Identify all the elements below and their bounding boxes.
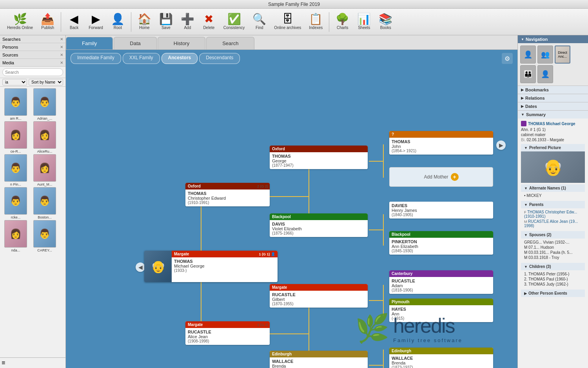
- subtab-descendants[interactable]: Descendants: [199, 53, 240, 64]
- tree-nav-left[interactable]: ◀: [136, 262, 145, 272]
- toolbar-back[interactable]: ◀ Back: [64, 12, 84, 31]
- list-item[interactable]: 👩 ce-R...: [2, 121, 30, 153]
- gg-davies-surname: DAVIES: [392, 203, 491, 208]
- mother-given: Alice Jean: [188, 334, 267, 339]
- list-item[interactable]: 👨 Adrian_...: [31, 88, 59, 120]
- root-person-card[interactable]: 👴 Margate 1 (G 1) 👤 THOMAS Michael Georg…: [144, 251, 278, 282]
- toolbar-consistency[interactable]: ✅ Consistency: [220, 12, 248, 31]
- gg-hayes-card[interactable]: Plymouth HAYES Ann (-1915): [389, 299, 493, 322]
- children-header[interactable]: ▼ Children (3): [521, 263, 585, 270]
- sidebar-sort-select[interactable]: Sort by Name: [29, 79, 63, 86]
- gg-edinburgh-card[interactable]: Edinburgh WALLACE Brenda (1873-1937): [389, 348, 493, 368]
- sidebar-filter-select[interactable]: ia: [2, 79, 27, 86]
- toolbar-delete[interactable]: ✖ Delete: [199, 12, 219, 31]
- relations-header[interactable]: ▶ Relations: [518, 94, 588, 102]
- summary-ahn-text: Ahn. # 1 (G 1): [521, 128, 546, 132]
- gg-thomas-father-card[interactable]: ? THOMAS John (1854-> 1921): [389, 131, 493, 155]
- list-item[interactable]: 👩 Aunt_M...: [31, 154, 59, 186]
- tree-nav-right[interactable]: ▶: [496, 140, 506, 150]
- sidebar-bottom-btn[interactable]: ≡: [2, 359, 5, 366]
- tab-history[interactable]: History: [158, 37, 205, 49]
- list-item[interactable]: 👨 CAREY...: [31, 220, 59, 252]
- preferred-photo: 👴: [521, 151, 585, 183]
- toolbar-online-archives[interactable]: 🗄 Online archives: [271, 12, 304, 31]
- mother-card[interactable]: Margate 3 (G 2) RUCASTLE Alice Jean (190…: [185, 321, 270, 345]
- toolbar-add[interactable]: ➕ Add: [178, 12, 198, 31]
- nav-thumb-5[interactable]: 👤: [537, 65, 553, 83]
- sidebar-persons-close[interactable]: ×: [60, 44, 63, 49]
- tree-settings-button[interactable]: ⚙: [502, 53, 513, 64]
- summary-birth-text: 02.06.1933 - Margate: [526, 138, 564, 142]
- gg-rucastle-given: Adam: [392, 283, 491, 288]
- add-mother-button[interactable]: +: [451, 173, 459, 181]
- parents-arrow: ▼: [524, 203, 528, 207]
- gg-rucastle-location: Canterbury: [389, 270, 493, 277]
- spouses-header[interactable]: ▼ Spouses (2): [521, 231, 585, 239]
- gg-rucastle-card[interactable]: Canterbury RUCASTLE Adam (1818-1906): [389, 270, 493, 294]
- heredis-online-label: Heredis Online: [7, 26, 33, 30]
- list-item[interactable]: 👨 rcke...: [2, 187, 30, 219]
- nav-thumb-4[interactable]: 👪: [520, 65, 536, 83]
- gg-edinburgh-surname: WALLACE: [392, 356, 491, 361]
- list-item[interactable]: 👨 n Pin...: [2, 154, 30, 186]
- list-item[interactable]: 👨 am R...: [2, 88, 30, 120]
- toolbar-sep-3: [329, 12, 329, 32]
- other-events-header[interactable]: ▶ Other Person Events: [521, 290, 585, 297]
- tab-search[interactable]: Search: [206, 37, 254, 49]
- sidebar-persons-label: Persons: [2, 45, 18, 49]
- person-photo: 👨: [4, 88, 27, 116]
- toolbar-indexes[interactable]: 📋 Indexes: [306, 12, 326, 31]
- parent-mother-name[interactable]: RUCASTLE Alice Jean (19... 1998): [524, 219, 578, 228]
- maternal-grandmother-card[interactable]: Edinburgh WALLACE Brenda (1873-1937): [270, 351, 368, 368]
- toolbar-home[interactable]: 🏠 Home: [134, 12, 154, 31]
- heredis-online-icon: 🌿: [13, 14, 27, 25]
- search-input[interactable]: [2, 68, 63, 76]
- paternal-grandfather-card[interactable]: Oxford THOMAS George (1877-1947): [270, 146, 368, 169]
- bookmarks-header[interactable]: ▶ Bookmarks: [518, 86, 588, 94]
- toolbar-find[interactable]: 🔍 Find: [249, 12, 269, 31]
- subtab-ancestors[interactable]: Ancestors: [162, 53, 198, 64]
- gg-davies-card[interactable]: DAVIES Henry James (1840-1905): [389, 202, 493, 219]
- toolbar-charts[interactable]: 🌳 Charts: [332, 12, 352, 31]
- list-item[interactable]: 👩 AliceRu...: [31, 121, 59, 153]
- nav-thumb-direct-ancestors[interactable]: DirectAnc...: [555, 46, 570, 64]
- person-name: Boston...: [38, 215, 52, 219]
- father-badge: 2 (G 2): [257, 184, 268, 188]
- nav-thumb-2[interactable]: 👥: [537, 46, 553, 64]
- father-card[interactable]: Oxford 2 (G 2) THOMAS Christopher Edward…: [185, 183, 270, 206]
- pat-gf-surname: THOMAS: [272, 154, 365, 158]
- list-item[interactable]: 👩 nda...: [2, 220, 30, 252]
- toolbar-save[interactable]: 💾 Save: [156, 12, 176, 31]
- subtab-immediate-family[interactable]: Immediate Family: [71, 53, 121, 64]
- tab-data[interactable]: Data: [114, 37, 156, 49]
- sidebar-header-sources: Sources ×: [0, 51, 65, 59]
- parent-father-name[interactable]: THOMAS Christopher Edw... (1910-1991): [524, 210, 577, 219]
- gg-pinkerton-card[interactable]: Blackpool PINKERTON Ann Elizabeth (1845-…: [389, 231, 493, 255]
- paternal-grandmother-card[interactable]: Blackpool DAVIS Violet Elizabeth (1875-1…: [270, 213, 368, 237]
- summary-header[interactable]: ▼ Summary: [518, 111, 588, 118]
- toolbar-root[interactable]: 👤 Root: [108, 12, 128, 31]
- sidebar-media-close[interactable]: ×: [60, 60, 63, 65]
- subtab-xxl-family[interactable]: XXL Family: [123, 53, 160, 64]
- sidebar-sources-close[interactable]: ×: [60, 52, 63, 57]
- person-name: nda...: [11, 248, 20, 252]
- sidebar-searches-close[interactable]: ×: [60, 36, 63, 42]
- alt-names-header[interactable]: ▼ Alternate Names (1): [521, 184, 585, 192]
- parent-mother-row: M RUCASTLE Alice Jean (19... 1998): [524, 219, 582, 228]
- toolbar-sheets[interactable]: 📊 Sheets: [354, 12, 374, 31]
- tab-family[interactable]: Family: [66, 37, 113, 49]
- forward-label: Forward: [89, 26, 103, 30]
- nav-thumb-1[interactable]: 👤: [520, 46, 536, 64]
- list-item[interactable]: 👨 Boston...: [31, 187, 59, 219]
- parents-header[interactable]: ▼ Parents: [521, 201, 585, 208]
- toolbar-books[interactable]: 📚 Books: [376, 12, 396, 31]
- add-mother-card[interactable]: Add Mother +: [389, 167, 493, 187]
- toolbar-publish[interactable]: 📤 Publish: [38, 12, 58, 31]
- dates-header[interactable]: ▶ Dates: [518, 102, 588, 110]
- toolbar-heredis-online[interactable]: 🌿 Heredis Online: [4, 12, 36, 31]
- toolbar-forward[interactable]: ▶ Forward: [85, 12, 106, 31]
- preferred-picture-header[interactable]: ▼ Preferred Picture: [521, 144, 585, 151]
- maternal-grandfather-card[interactable]: Margate RUCASTLE Gilbert (1870-1955): [270, 284, 368, 308]
- nav-collapse-icon[interactable]: ▼: [521, 38, 524, 41]
- ggt-surname: THOMAS: [392, 139, 491, 144]
